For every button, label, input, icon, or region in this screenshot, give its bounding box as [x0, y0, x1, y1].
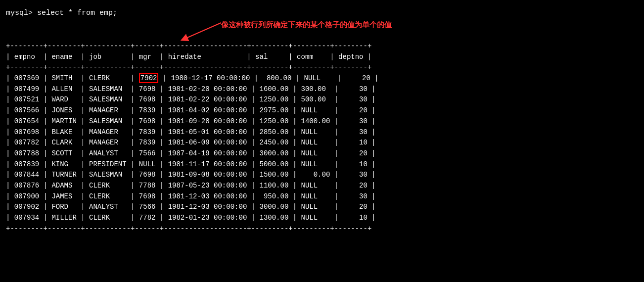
table-row: | 007369 | SMITH | CLERK | 7902 | 1980-1… — [6, 73, 638, 84]
table-row: | 007566 | JONES | MANAGER | 7839 | 1981… — [6, 105, 638, 116]
svg-line-0 — [184, 23, 221, 39]
table-row: | 007499 | ALLEN | SALESMAN | 7698 | 198… — [6, 84, 638, 95]
prompt: mysql> select * from emp; — [6, 9, 117, 17]
command-line: mysql> select * from emp; — [6, 9, 638, 17]
table-row: | 007839 | KING | PRESIDENT | NULL | 198… — [6, 159, 638, 170]
table-separator-header: +--------+--------+-----------+------+--… — [6, 62, 638, 73]
table-separator-top: +--------+--------+-----------+------+--… — [6, 41, 638, 52]
annotation-arrow — [179, 20, 224, 42]
highlighted-mgr-cell: 7902 — [139, 73, 159, 83]
table-row: | 007876 | ADAMS | CLERK | 7788 | 1987-0… — [6, 181, 638, 191]
table-row: | 007902 | FORD | ANALYST | 7566 | 1981-… — [6, 202, 638, 213]
table-row: | 007782 | CLARK | MANAGER | 7839 | 1981… — [6, 138, 638, 148]
table-row: | 007788 | SCOTT | ANALYST | 7566 | 1987… — [6, 148, 638, 159]
table-row: | 007934 | MILLER | CLERK | 7782 | 1982-… — [6, 213, 638, 224]
table-header: | empno | ename | job | mgr | hiredate |… — [6, 52, 638, 63]
table-row: | 007698 | BLAKE | MANAGER | 7839 | 1981… — [6, 127, 638, 138]
annotation-row: 像这种被行列所确定下来的某个格子的值为单个的值 — [6, 19, 638, 41]
table-row: | 007900 | JAMES | CLERK | 7698 | 1981-1… — [6, 191, 638, 202]
table-row: | 007521 | WARD | SALESMAN | 7698 | 1981… — [6, 94, 638, 105]
terminal-window: mysql> select * from emp; 像这种被行列所确定下来的某个… — [0, 5, 644, 238]
table-row: | 007844 | TURNER | SALESMAN | 7698 | 19… — [6, 170, 638, 181]
table-separator-bottom: +--------+--------+-----------+------+--… — [6, 224, 638, 235]
annotation-text: 像这种被行列所确定下来的某个格子的值为单个的值 — [221, 20, 392, 30]
table-row: | 007654 | MARTIN | SALESMAN | 7698 | 19… — [6, 116, 638, 127]
table-container: +--------+--------+-----------+------+--… — [6, 41, 638, 234]
